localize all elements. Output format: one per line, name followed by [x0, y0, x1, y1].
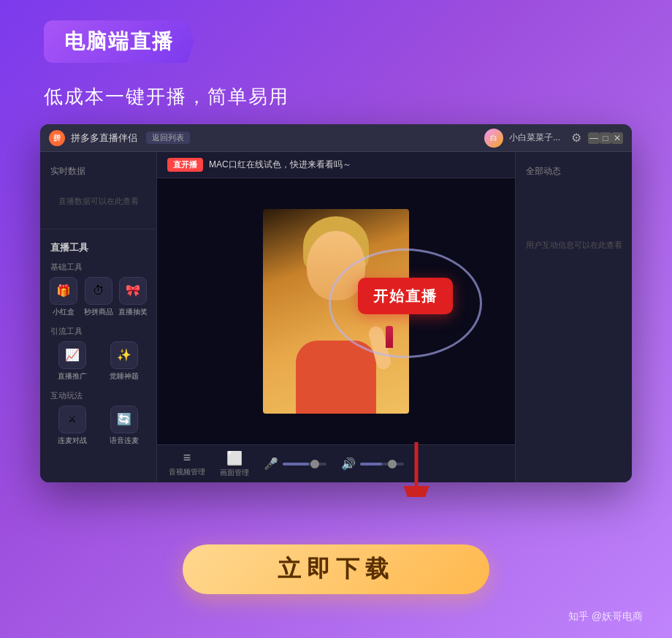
settings-icon[interactable]: ⚙ — [569, 131, 584, 145]
screen-icon: ⬜ — [226, 450, 243, 466]
start-broadcast-button[interactable]: 开始直播 — [358, 278, 453, 314]
tool-jueshen[interactable]: ✨ 觉睡神题 — [100, 341, 150, 381]
title-badge-text: 电脑端直播 — [64, 30, 174, 53]
mic-icon: 🎤 — [264, 457, 278, 471]
person-body — [296, 341, 376, 414]
back-to-list-tag[interactable]: 返回列表 — [146, 132, 190, 144]
username: 小白菜菜子... — [509, 132, 560, 144]
right-panel-placeholder: 用户互动信息可以在此查看 — [516, 181, 632, 252]
down-arrow-icon — [387, 438, 446, 497]
maximize-button[interactable]: □ — [600, 132, 611, 144]
av-icon: ≡ — [183, 450, 191, 466]
tool-jueshen-label: 觉睡神题 — [110, 371, 139, 381]
tool-tuiguang-label: 直播推广 — [58, 371, 87, 381]
sidebar-divider — [40, 229, 156, 229]
choujiang-icon: 🎀 — [119, 277, 147, 305]
mic-slider-group: 🎤 — [264, 457, 327, 471]
interaction-title: 互动玩法 — [40, 387, 156, 406]
live-tools-title: 直播工具 — [40, 235, 156, 259]
app-logo: 拼 — [49, 130, 65, 146]
tool-yuyin[interactable]: 🔄 语音连麦 — [100, 406, 150, 446]
miaoping-icon: ⏱ — [85, 277, 112, 305]
tool-miaoping[interactable]: ⏱ 秒拼商品 — [83, 277, 115, 317]
right-panel-title: 全部动态 — [516, 159, 632, 181]
tool-miaoping-label: 秒拼商品 — [84, 307, 113, 317]
title-badge: 电脑端直播 — [44, 20, 194, 63]
xiaohonghe-icon: 🎁 — [50, 277, 77, 305]
live-title: MAC口红在线试色，快进来看看吗～ — [209, 159, 351, 171]
basic-tools-grid: 🎁 小红盒 ⏱ 秒拼商品 🎀 直播抽奖 — [40, 277, 156, 323]
minimize-button[interactable]: — — [588, 132, 600, 144]
tool-zhibo-tuiguang[interactable]: 📈 直播推广 — [47, 341, 97, 381]
right-panel: 全部动态 用户互动信息可以在此查看 — [515, 152, 632, 482]
user-avatar: 白 — [484, 129, 503, 148]
title-bar: 拼 拼多多直播伴侣 返回列表 白 小白菜菜子... ⚙ — □ ✕ — [40, 124, 632, 152]
screen-management-button[interactable]: ⬜ 画面管理 — [220, 450, 249, 478]
mic-slider[interactable] — [283, 463, 327, 466]
live-banner: 直开播 MAC口红在线试色，快进来看看吗～ — [157, 152, 515, 178]
tool-yuyin-label: 语音连麦 — [110, 436, 139, 446]
tuiguang-icon: 📈 — [58, 341, 86, 369]
start-broadcast-label: 开始直播 — [373, 286, 438, 306]
av-management-button[interactable]: ≡ 音视频管理 — [169, 450, 205, 477]
live-status-badge: 直开播 — [167, 158, 203, 172]
oe-detected-text: oE — [93, 327, 104, 338]
tool-xiaohonghe-label: 小红盒 — [53, 307, 75, 317]
tool-lianmai-label: 连麦对战 — [58, 436, 87, 446]
realtime-data-title: 实时数据 — [40, 159, 156, 181]
interaction-tools-grid: ⚔ 连麦对战 🔄 语音连麦 — [40, 406, 156, 452]
realtime-placeholder: 直播数据可以在此查看 — [40, 181, 156, 223]
avatar-initial: 白 — [490, 133, 497, 143]
close-button[interactable]: ✕ — [611, 132, 623, 144]
download-button[interactable]: 立即下载 — [183, 544, 489, 594]
download-button-label: 立即下载 — [278, 553, 394, 585]
subtitle: 低成本一键开播，简单易用 — [44, 84, 289, 110]
volume-icon: 🔊 — [341, 457, 356, 471]
watermark: 知乎 @妖哥电商 — [568, 610, 643, 623]
traffic-tools-grid: 📈 直播推广 ✨ 觉睡神题 — [40, 341, 156, 387]
tool-zhibo-choujiang[interactable]: 🎀 直播抽奖 — [117, 277, 149, 317]
screen-label: 画面管理 — [220, 468, 249, 478]
bottom-controls: ≡ 音视频管理 ⬜ 画面管理 🎤 🔊 — [157, 444, 515, 482]
sidebar: 实时数据 直播数据可以在此查看 直播工具 基础工具 🎁 小红盒 ⏱ 秒拼商品 🎀… — [40, 152, 157, 482]
basic-tools-title: 基础工具 — [40, 259, 156, 277]
tool-xiaohonghe[interactable]: 🎁 小红盒 — [47, 277, 80, 317]
lianmai-icon: ⚔ — [58, 406, 86, 433]
jueshen-icon: ✨ — [110, 341, 138, 369]
tool-lianmai[interactable]: ⚔ 连麦对战 — [47, 406, 97, 446]
app-name: 拼多多直播伴侣 — [71, 132, 137, 145]
arrow-container — [387, 438, 446, 500]
tool-choujiang-label: 直播抽奖 — [118, 307, 148, 317]
av-label: 音视频管理 — [169, 467, 205, 477]
yuyin-icon: 🔄 — [110, 406, 138, 433]
